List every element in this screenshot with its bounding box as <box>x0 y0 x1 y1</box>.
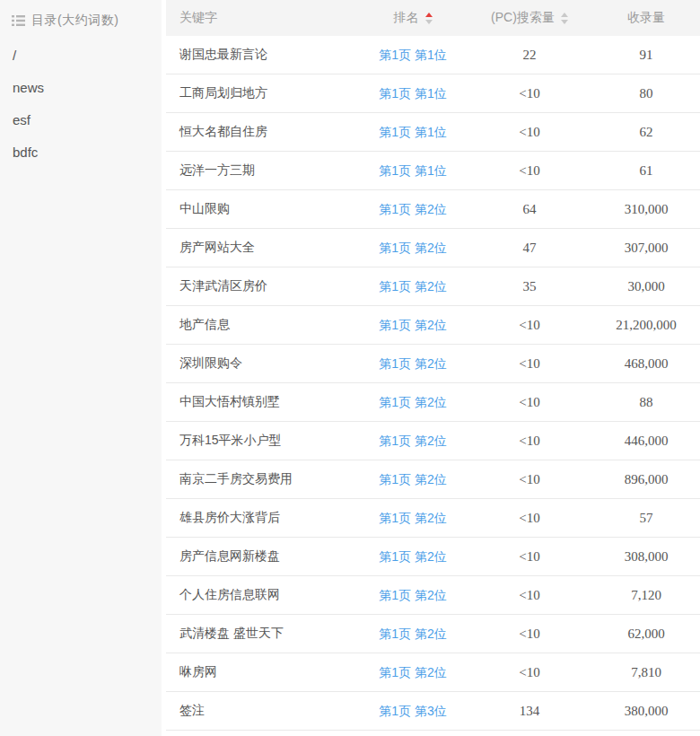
keyword-cell: 恒大名都自住房 <box>166 124 359 140</box>
sort-desc-icon[interactable] <box>425 20 433 24</box>
rank-link[interactable]: 第1页 第2位 <box>379 511 446 525</box>
table-row: 深圳限购令 第1页 第2位 <10 468,000 <box>166 345 700 383</box>
table-row: 恒大名都自住房 第1页 第1位 <10 62 <box>166 113 700 152</box>
rank-cell: 第1页 第1位 <box>359 162 467 180</box>
rank-link[interactable]: 第1页 第2位 <box>379 202 446 216</box>
rank-cell: 第1页 第2位 <box>359 278 467 295</box>
rank-link[interactable]: 第1页 第2位 <box>379 626 446 641</box>
search-volume-cell: <10 <box>467 86 592 101</box>
keyword-cell: 远洋一方三期 <box>166 162 359 179</box>
index-volume-cell: 310,000 <box>592 202 700 217</box>
table-header-row: 关键字 排名 (PC)搜索量 收录量 <box>166 0 700 36</box>
rank-link[interactable]: 第1页 第3位 <box>379 704 446 718</box>
sidebar-item-news[interactable]: news <box>0 72 162 104</box>
keyword-cell: 中国大悟村镇别墅 <box>166 394 359 410</box>
sort-desc-icon[interactable] <box>561 20 568 24</box>
table-row: 咻房网 第1页 第2位 <10 7,810 <box>166 653 700 692</box>
column-header-search-label: (PC)搜索量 <box>491 10 555 26</box>
rank-link[interactable]: 第1页 第1位 <box>379 86 446 101</box>
index-volume-cell: 446,000 <box>592 434 700 449</box>
search-volume-cell: 22 <box>467 48 592 63</box>
sidebar-directory-list: /newsesfbdfc <box>0 39 162 169</box>
keyword-cell: 天津武清区房价 <box>166 278 359 294</box>
column-header-search[interactable]: (PC)搜索量 <box>467 10 592 26</box>
rank-link[interactable]: 第1页 第2位 <box>379 318 446 332</box>
sort-arrows-rank-icon[interactable] <box>425 13 433 24</box>
rank-cell: 第1页 第2位 <box>359 587 467 604</box>
search-volume-cell: 134 <box>467 704 592 719</box>
sort-asc-icon[interactable] <box>561 13 568 17</box>
rank-link[interactable]: 第1页 第2位 <box>379 434 446 448</box>
search-volume-cell: <10 <box>467 395 592 410</box>
sidebar-item-esf[interactable]: esf <box>0 104 162 136</box>
sidebar-title: 目录(大约词数) <box>31 13 118 29</box>
keyword-cell: 工商局划归地方 <box>166 85 359 101</box>
table-row: 房产信息网新楼盘 第1页 第2位 <10 308,000 <box>166 538 700 576</box>
table-row: 武清楼盘 盛世天下 第1页 第2位 <10 62,000 <box>166 615 700 653</box>
sidebar-header: 目录(大约词数) <box>0 0 162 30</box>
search-volume-cell: <10 <box>467 356 592 372</box>
rank-cell: 第1页 第2位 <box>359 471 467 488</box>
search-volume-cell: <10 <box>467 588 592 603</box>
search-volume-cell: <10 <box>467 511 592 526</box>
sidebar: 目录(大约词数) /newsesfbdfc <box>0 0 162 736</box>
index-volume-cell: 80 <box>592 86 700 101</box>
index-volume-cell: 7,120 <box>592 588 700 603</box>
rank-link[interactable]: 第1页 第1位 <box>379 125 446 139</box>
index-volume-cell: 91 <box>592 48 700 63</box>
rank-cell: 第1页 第2位 <box>359 240 467 257</box>
rank-link[interactable]: 第1页 第1位 <box>379 163 446 178</box>
keyword-cell: 深圳限购令 <box>166 355 359 372</box>
column-header-index: 收录量 <box>592 10 700 26</box>
rank-link[interactable]: 第1页 第2位 <box>379 279 446 294</box>
rank-cell: 第1页 第2位 <box>359 201 467 218</box>
search-volume-cell: <10 <box>467 472 592 487</box>
rank-cell: 第1页 第2位 <box>359 433 467 450</box>
rank-link[interactable]: 第1页 第2位 <box>379 241 446 255</box>
index-volume-cell: 307,000 <box>592 241 700 256</box>
table-row: 签注 第1页 第3位 134 380,000 <box>166 692 700 731</box>
keyword-table: 关键字 排名 (PC)搜索量 收录量 <box>162 0 700 736</box>
sidebar-item-bdfc[interactable]: bdfc <box>0 136 162 169</box>
rank-cell: 第1页 第2位 <box>359 548 467 565</box>
keyword-cell: 武清楼盘 盛世天下 <box>166 626 359 642</box>
index-volume-cell: 308,000 <box>592 549 700 565</box>
rank-cell: 第1页 第2位 <box>359 510 467 527</box>
rank-cell: 第1页 第3位 <box>359 703 467 720</box>
search-volume-cell: <10 <box>467 125 592 140</box>
table-row: 天津武清区房价 第1页 第2位 35 30,000 <box>166 267 700 306</box>
table-row: 中山限购 第1页 第2位 64 310,000 <box>166 190 700 229</box>
sidebar-item-root[interactable]: / <box>0 39 162 72</box>
search-volume-cell: <10 <box>467 163 592 179</box>
rank-link[interactable]: 第1页 第2位 <box>379 549 446 564</box>
keyword-cell: 地产信息 <box>166 317 359 333</box>
rank-cell: 第1页 第2位 <box>359 355 467 372</box>
keyword-rank-page: 目录(大约词数) /newsesfbdfc 关键字 排名 (PC)搜索量 <box>0 0 700 736</box>
rank-link[interactable]: 第1页 第2位 <box>379 395 446 409</box>
rank-link[interactable]: 第1页 第2位 <box>379 588 446 602</box>
rank-cell: 第1页 第1位 <box>359 47 467 64</box>
table-row: 雄县房价大涨背后 第1页 第2位 <10 57 <box>166 499 700 538</box>
rank-link[interactable]: 第1页 第2位 <box>379 356 446 371</box>
column-header-rank[interactable]: 排名 <box>359 10 467 26</box>
keyword-cell: 雄县房价大涨背后 <box>166 510 359 526</box>
table-row: 中国大悟村镇别墅 第1页 第2位 <10 88 <box>166 383 700 422</box>
rank-cell: 第1页 第2位 <box>359 664 467 681</box>
sort-asc-icon[interactable] <box>425 13 433 17</box>
column-header-keyword: 关键字 <box>166 10 359 26</box>
index-volume-cell: 21,200,000 <box>592 318 700 333</box>
keyword-cell: 咻房网 <box>166 664 359 680</box>
column-header-rank-label: 排名 <box>394 10 419 26</box>
index-volume-cell: 896,000 <box>592 472 700 487</box>
rank-link[interactable]: 第1页 第2位 <box>379 472 446 486</box>
rank-link[interactable]: 第1页 第1位 <box>379 48 446 62</box>
table-row: 南京二手房交易费用 第1页 第2位 <10 896,000 <box>166 460 700 499</box>
rank-link[interactable]: 第1页 第2位 <box>379 665 446 679</box>
sort-arrows-search-icon[interactable] <box>561 13 568 24</box>
search-volume-cell: <10 <box>467 626 592 642</box>
keyword-cell: 房产网站大全 <box>166 240 359 256</box>
index-volume-cell: 7,810 <box>592 665 700 680</box>
search-volume-cell: 35 <box>467 279 592 294</box>
search-volume-cell: <10 <box>467 665 592 680</box>
table-row: 个人住房信息联网 第1页 第2位 <10 7,120 <box>166 576 700 615</box>
